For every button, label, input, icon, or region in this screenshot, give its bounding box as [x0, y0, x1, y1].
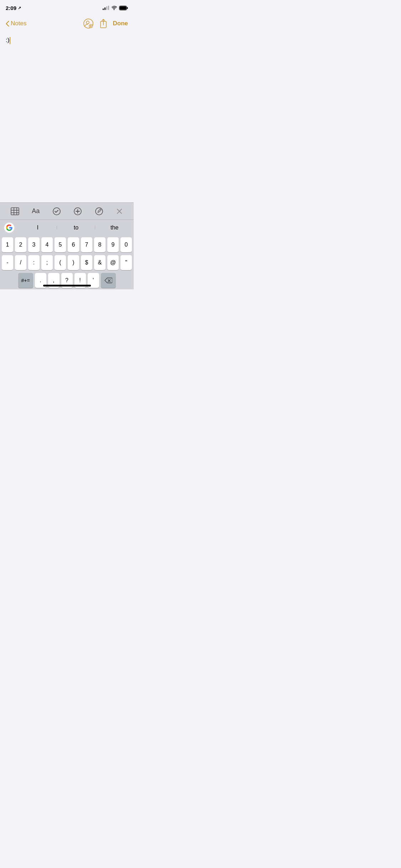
- status-bar: 2:09 ↗: [0, 0, 134, 16]
- svg-point-14: [96, 208, 103, 215]
- key-colon[interactable]: :: [28, 255, 40, 270]
- key-6[interactable]: 6: [68, 237, 79, 252]
- predictive-word-1[interactable]: I: [19, 224, 57, 231]
- nav-bar: Notes Done: [0, 16, 134, 31]
- add-collaborator-button[interactable]: [83, 18, 94, 29]
- markup-toolbar-button[interactable]: [95, 207, 103, 216]
- key-backspace[interactable]: [101, 273, 116, 288]
- format-label: Aa: [32, 207, 40, 215]
- key-at[interactable]: @: [107, 255, 119, 270]
- symbol-row: - / : ; ( ) $ & @ ": [1, 255, 133, 270]
- key-hashtag[interactable]: #+=: [18, 273, 33, 288]
- predictive-word-2[interactable]: to: [57, 224, 96, 231]
- wifi-icon: [111, 6, 117, 10]
- add-toolbar-button[interactable]: [73, 207, 82, 216]
- close-toolbar-button[interactable]: [116, 208, 123, 215]
- key-1[interactable]: 1: [2, 237, 13, 252]
- google-search-button[interactable]: [0, 222, 19, 233]
- key-4[interactable]: 4: [41, 237, 53, 252]
- format-toolbar-button[interactable]: Aa: [32, 207, 40, 215]
- svg-rect-1: [127, 7, 128, 9]
- nav-right-icons: Done: [83, 18, 128, 29]
- key-close-paren[interactable]: ): [68, 255, 79, 270]
- key-slash[interactable]: /: [15, 255, 26, 270]
- keyboard: 1 2 3 4 5 6 7 8 9 0 - / : ; ( ) $ & @ " …: [0, 235, 134, 289]
- note-editor-area[interactable]: :): [0, 31, 134, 202]
- key-9[interactable]: 9: [107, 237, 119, 252]
- checklist-toolbar-button[interactable]: [52, 207, 61, 216]
- key-2[interactable]: 2: [15, 237, 26, 252]
- share-button[interactable]: [99, 19, 107, 29]
- back-button[interactable]: Notes: [6, 20, 26, 27]
- status-time: 2:09 ↗: [6, 5, 21, 11]
- predictive-bar: I to the: [0, 219, 134, 235]
- key-8[interactable]: 8: [94, 237, 106, 252]
- key-dollar[interactable]: $: [81, 255, 92, 270]
- key-0[interactable]: 0: [120, 237, 132, 252]
- note-text-content: :): [6, 37, 9, 43]
- predictive-word-3[interactable]: the: [95, 224, 134, 231]
- table-toolbar-button[interactable]: [11, 207, 19, 215]
- key-ampersand[interactable]: &: [94, 255, 106, 270]
- key-open-paren[interactable]: (: [55, 255, 66, 270]
- note-text: :): [6, 37, 10, 43]
- battery-icon: [119, 6, 128, 10]
- key-quote[interactable]: ": [120, 255, 132, 270]
- keyboard-toolbar: Aa: [0, 202, 134, 219]
- home-indicator: [43, 285, 91, 286]
- key-semicolon[interactable]: ;: [41, 255, 53, 270]
- time-label: 2:09: [6, 5, 16, 11]
- key-minus[interactable]: -: [2, 255, 13, 270]
- key-3[interactable]: 3: [28, 237, 40, 252]
- note-content[interactable]: :): [0, 31, 134, 202]
- key-7[interactable]: 7: [81, 237, 92, 252]
- svg-rect-2: [120, 6, 127, 10]
- back-label: Notes: [11, 20, 26, 27]
- text-cursor: [10, 37, 10, 44]
- google-logo: [4, 222, 15, 233]
- status-icons: [103, 6, 128, 10]
- key-5[interactable]: 5: [55, 237, 66, 252]
- done-button[interactable]: Done: [113, 20, 128, 27]
- predictive-words: I to the: [19, 224, 134, 231]
- signal-icon: [103, 6, 109, 10]
- number-row: 1 2 3 4 5 6 7 8 9 0: [1, 237, 133, 252]
- svg-rect-7: [11, 208, 19, 215]
- svg-point-4: [86, 21, 89, 24]
- location-icon: ↗: [18, 6, 21, 10]
